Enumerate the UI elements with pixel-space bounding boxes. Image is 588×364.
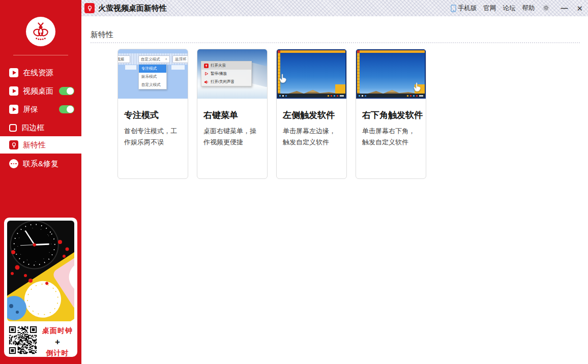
help-link[interactable]: 帮助 bbox=[522, 4, 535, 13]
promo-plus: + bbox=[40, 337, 75, 347]
promo-caption: 桌面时钟 + 倒计时 bbox=[40, 326, 75, 357]
thumb-toolbar-button: 视频 bbox=[118, 55, 130, 63]
close-button[interactable]: ✕ bbox=[575, 5, 584, 12]
play-pause-icon bbox=[204, 72, 209, 76]
titlebar-actions: 手机版 官网 论坛 帮助 — ✕ bbox=[451, 0, 584, 16]
card-description: 单击屏幕右下角，触发自定义软件 bbox=[362, 126, 421, 148]
feature-card-left-edge-trigger[interactable]: 左侧触发软件 单击屏幕左边缘，触发自定义软件 bbox=[276, 49, 347, 179]
window-title: 火萤视频桌面新特性 bbox=[98, 4, 167, 13]
caret-up-icon: ∧ bbox=[165, 56, 167, 63]
feature-card-focus-mode[interactable]: 视频 自定义模式∧ 悬浮环 专注模式 娱乐模式 自定义模式 专注模式 首创专注模… bbox=[117, 49, 188, 179]
thumb-mode-dropdown-button: 自定义模式∧ bbox=[138, 55, 170, 63]
context-menu-item: 打开/关闭声音 bbox=[201, 78, 251, 86]
sidebar-item-label: 联系&修复 bbox=[23, 159, 58, 169]
sidebar-item-new-features[interactable]: 新特性 bbox=[0, 136, 81, 154]
sidebar: 在线资源 视频桌面 屏保 四边框 新特性 联系&修复 bbox=[0, 0, 81, 364]
card-description: 桌面右键菜单，操作视频更便捷 bbox=[203, 126, 262, 148]
toggle-knob bbox=[67, 106, 74, 113]
sidebar-item-screensaver[interactable]: 屏保 bbox=[0, 102, 81, 117]
app-window: 在线资源 视频桌面 屏保 四边框 新特性 联系&修复 bbox=[0, 0, 588, 364]
play-icon bbox=[9, 105, 18, 114]
card-title: 右键菜单 bbox=[203, 109, 238, 121]
sidebar-item-label: 新特性 bbox=[23, 140, 46, 150]
promo-line3: 倒计时 bbox=[40, 349, 75, 357]
screensaver-toggle[interactable] bbox=[59, 105, 74, 113]
open-app-icon bbox=[204, 64, 209, 68]
dropdown-option: 自定义模式 bbox=[139, 81, 166, 89]
card-title: 专注模式 bbox=[124, 109, 159, 121]
bulb-icon bbox=[9, 140, 18, 149]
video-desktop-toggle[interactable] bbox=[59, 87, 74, 95]
promo-line1: 桌面时钟 bbox=[40, 326, 75, 336]
thumb-taskbar bbox=[278, 94, 345, 98]
titlebar: 火萤视频桌面新特性 手机版 官网 论坛 帮助 — ✕ bbox=[81, 0, 588, 16]
sidebar-item-contact-repair[interactable]: 联系&修复 bbox=[0, 155, 81, 172]
play-icon bbox=[9, 68, 18, 77]
card-title: 左侧触发软件 bbox=[283, 109, 335, 121]
bulb-icon bbox=[86, 5, 93, 12]
dropdown-option-selected: 专注模式 bbox=[139, 65, 166, 73]
dropdown-option: 娱乐模式 bbox=[139, 73, 166, 81]
firefly-icon bbox=[30, 20, 52, 43]
toggle-knob bbox=[67, 87, 74, 95]
phone-icon bbox=[451, 5, 456, 12]
play-icon bbox=[9, 86, 18, 96]
card-title: 右下角触发软件 bbox=[362, 109, 423, 121]
feature-card-context-menu[interactable]: 打开火萤 暂停/播放 打开/关闭声音 bbox=[197, 49, 268, 179]
context-menu-item: 打开火萤 bbox=[201, 62, 251, 70]
feature-cards: 视频 自定义模式∧ 悬浮环 专注模式 娱乐模式 自定义模式 专注模式 首创专注模… bbox=[117, 49, 426, 179]
settings-icon[interactable] bbox=[541, 4, 551, 13]
minimize-button[interactable]: — bbox=[560, 5, 569, 12]
promo-card-desktop-clock[interactable]: 桌面时钟 + 倒计时 bbox=[4, 218, 77, 357]
hand-cursor-icon bbox=[411, 81, 423, 93]
sidebar-item-video-desktop[interactable]: 视频桌面 bbox=[0, 83, 81, 99]
page-title: 新特性 bbox=[91, 30, 113, 40]
qr-code bbox=[8, 325, 38, 355]
forum-link[interactable]: 论坛 bbox=[503, 4, 515, 13]
heading-divider bbox=[91, 42, 580, 43]
hand-cursor-icon bbox=[277, 73, 288, 84]
card-description: 单击屏幕左边缘，触发自定义软件 bbox=[283, 126, 341, 148]
app-logo bbox=[26, 17, 55, 46]
sidebar-item-label: 在线资源 bbox=[23, 68, 53, 78]
contact-icon bbox=[9, 159, 18, 168]
card-description: 首创专注模式，工作娱乐两不误 bbox=[124, 126, 183, 148]
official-site-link[interactable]: 官网 bbox=[483, 4, 496, 13]
corner-trigger-square bbox=[335, 84, 345, 94]
sidebar-divider bbox=[13, 55, 68, 55]
thumb-mode-dropdown: 专注模式 娱乐模式 自定义模式 bbox=[138, 64, 167, 89]
app-icon bbox=[84, 3, 95, 13]
feature-card-bottom-right-trigger[interactable]: 右下角触发软件 单击屏幕右下角，触发自定义软件 bbox=[356, 49, 426, 179]
thumb-context-menu: 打开火萤 暂停/播放 打开/关闭声音 bbox=[201, 61, 252, 86]
main-content: 新特性 视频 自定义模式∧ 悬浮环 专注模式 娱乐模式 自定义 bbox=[81, 16, 588, 364]
sound-icon bbox=[204, 80, 209, 84]
sidebar-item-borders[interactable]: 四边框 bbox=[0, 120, 81, 135]
sidebar-item-label: 视频桌面 bbox=[23, 86, 53, 96]
sidebar-item-label: 四边框 bbox=[21, 123, 44, 133]
thumb-taskbar bbox=[357, 94, 425, 98]
left-trigger-thumbnail bbox=[277, 49, 346, 99]
sidebar-item-label: 屏保 bbox=[23, 105, 38, 114]
frame-icon bbox=[9, 124, 17, 132]
bottom-right-trigger-thumbnail bbox=[356, 49, 426, 99]
sidebar-item-online-resources[interactable]: 在线资源 bbox=[0, 65, 81, 80]
mobile-version-link[interactable]: 手机版 bbox=[451, 4, 477, 13]
context-menu-thumbnail: 打开火萤 暂停/播放 打开/关闭声音 bbox=[197, 49, 267, 99]
focus-mode-thumbnail: 视频 自定义模式∧ 悬浮环 专注模式 娱乐模式 自定义模式 bbox=[118, 49, 188, 99]
context-menu-item: 暂停/播放 bbox=[201, 70, 251, 78]
clock-collage-image bbox=[7, 221, 74, 321]
thumb-toolbar-button: 悬浮环 bbox=[172, 55, 188, 63]
